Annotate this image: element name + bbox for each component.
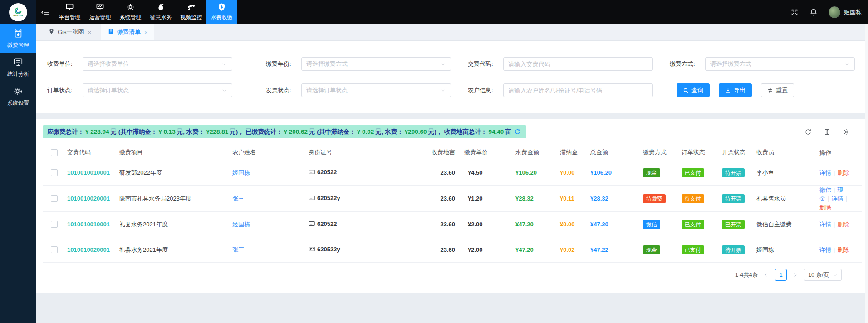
op-delete-link[interactable]: 删除 [837, 169, 849, 176]
id-card-icon [309, 169, 315, 175]
link-divider: | [834, 169, 835, 176]
user-menu[interactable]: 姬国栋 [829, 6, 862, 18]
fee-summary-bar: 应缴费总计：¥ 228.94元 (其中滞纳金：¥ 0.13元, 水费：¥228.… [43, 125, 526, 138]
sidebar-item-2[interactable]: 统计分析 [0, 53, 36, 82]
tab-close-icon[interactable]: × [88, 29, 92, 36]
op-action-link[interactable]: 微信 [819, 186, 831, 193]
cell-pay-code: 1010010020001 [67, 195, 119, 202]
summary-label: 元)， 已缴费统计： [230, 127, 282, 136]
next-page-icon[interactable] [791, 269, 799, 280]
nav-item-2[interactable]: 运营管理 [85, 0, 115, 24]
farmer-name-link[interactable]: 张三 [232, 195, 244, 202]
tab-1[interactable]: Gis一张图× [42, 24, 98, 40]
logo-text: RIEON [13, 14, 23, 17]
cell-order-status: 已支付 [676, 168, 716, 177]
refresh-icon[interactable] [804, 128, 812, 136]
row-density-icon[interactable] [824, 128, 831, 136]
unit-select[interactable]: 请选择收费单位 [83, 57, 232, 71]
farmer-name-link[interactable]: 姬国栋 [232, 169, 250, 176]
op-delete-link[interactable]: 删除 [837, 246, 849, 253]
summary-amount: 94.40 [487, 127, 505, 136]
filter-buttons: 查询 导出 重置 [670, 83, 857, 97]
filter-farmer-info: 农户信息: [468, 83, 670, 97]
tab-close-icon[interactable]: × [144, 29, 148, 36]
link-divider: | [834, 221, 835, 228]
page-number[interactable]: 1 [775, 269, 787, 281]
pay-method-badge: 待缴费 [643, 194, 666, 203]
nav-item-4[interactable]: 智慧水务 [146, 0, 176, 24]
op-action-link[interactable]: 详情 [819, 246, 831, 253]
id-card-icon [309, 246, 315, 252]
op-delete-link[interactable]: 删除 [819, 204, 831, 210]
tab-2[interactable]: 缴费清单× [101, 24, 154, 40]
sidebar-item-1[interactable]: 缴费管理 [0, 24, 36, 53]
op-action-link[interactable]: 详情 [831, 195, 843, 202]
column-settings-gear-icon[interactable] [843, 128, 850, 136]
table-row: 1010010010001礼县水务2021年度姬国栋62052223.60¥2.… [43, 212, 862, 237]
monitor-chart-icon [96, 3, 104, 13]
summary-label: 应缴费总计： [47, 127, 84, 136]
filter-unit: 收费单位: 请选择收费单位 [47, 57, 266, 71]
nav-item-5[interactable]: 视频监控 [176, 0, 206, 24]
cell-id-number: 620522 [309, 169, 388, 177]
nav-label: 系统管理 [120, 14, 142, 21]
op-action-link[interactable]: 详情 [819, 169, 831, 176]
top-navigation: 平台管理运营管理系统管理智慧水务视频监控水费收缴 [54, 0, 237, 24]
username: 姬国栋 [844, 8, 862, 16]
gear-lines-icon [13, 86, 23, 98]
cell-operations: 详情|删除 [818, 245, 857, 254]
pay-method-badge: 微信 [643, 220, 660, 229]
row-checkbox[interactable] [51, 195, 58, 202]
nav-item-6[interactable]: 水费收缴 [206, 0, 237, 24]
cell-total-amount: ¥28.32 [587, 195, 638, 202]
nav-item-3[interactable]: 系统管理 [115, 0, 146, 24]
cell-farmer-name: 张三 [232, 195, 309, 203]
summary-label: 元)， 收费地亩总计： [428, 127, 487, 136]
cell-project: 陇南市礼县水务局2023年度 [119, 195, 232, 203]
notification-bell-icon[interactable] [809, 8, 818, 16]
cell-unit-price: ¥2.00 [460, 246, 512, 253]
select-all-checkbox[interactable] [51, 149, 58, 156]
nav-item-1[interactable]: 平台管理 [54, 0, 85, 24]
reset-button[interactable]: 重置 [761, 83, 794, 97]
cell-area: 23.60 [388, 221, 460, 228]
filter-year-label: 缴费年份: [266, 60, 301, 68]
fullscreen-icon[interactable] [790, 8, 799, 16]
op-delete-link[interactable]: 删除 [837, 221, 849, 228]
op-action-link[interactable]: 详情 [819, 221, 831, 228]
cell-project: 礼县水务2021年度 [119, 246, 232, 254]
table-panel: 应缴费总计：¥ 228.94元 (其中滞纳金：¥ 0.13元, 水费：¥228.… [36, 119, 868, 293]
sidebar-item-label: 统计分析 [7, 70, 29, 78]
farmer-name-link[interactable]: 姬国栋 [232, 221, 250, 228]
app-window: RIEON 平台管理运营管理系统管理智慧水务视频监控水费收缴 姬国栋 缴费管理统… [0, 0, 868, 323]
pay-code-input[interactable] [503, 57, 653, 71]
sidebar-item-3[interactable]: 系统设置 [0, 82, 36, 111]
shield-icon [217, 3, 226, 13]
chevron-down-icon [833, 273, 838, 278]
page-size-select[interactable]: 10 条/页 [804, 269, 842, 281]
cell-area: 23.60 [388, 246, 460, 253]
table-row: 1010010010001研发部2022年度姬国栋62052223.60¥4.5… [43, 160, 862, 186]
cell-invoice-status: 已开票 [716, 220, 756, 229]
scrollbar-track[interactable] [865, 24, 868, 323]
year-select[interactable]: 请选择缴费方式 [301, 57, 451, 71]
row-checkbox[interactable] [51, 221, 58, 228]
cell-id-number: 620522y [309, 246, 388, 254]
collapse-menu-icon[interactable] [36, 0, 54, 24]
summary-label: 亩 [505, 127, 511, 136]
cell-collector: 姬国栋 [756, 246, 818, 254]
farmer-info-input[interactable] [503, 83, 653, 97]
row-checkbox[interactable] [51, 246, 58, 253]
user-avatar[interactable] [829, 6, 840, 18]
order-status-select[interactable]: 请选择订单状态 [83, 83, 232, 97]
invoice-status-select[interactable]: 请选择订单状态 [301, 83, 451, 97]
search-button[interactable]: 查询 [677, 83, 710, 97]
summary-refresh-icon[interactable] [514, 128, 521, 135]
pay-method-select[interactable]: 请选择缴费方式 [705, 57, 855, 71]
farmer-name-link[interactable]: 张三 [232, 246, 244, 253]
cell-pay-method: 现金 [638, 168, 676, 177]
prev-page-icon[interactable] [762, 269, 770, 280]
export-button[interactable]: 导出 [719, 83, 752, 97]
row-checkbox[interactable] [51, 169, 58, 176]
cell-pay-method: 待缴费 [638, 194, 676, 203]
